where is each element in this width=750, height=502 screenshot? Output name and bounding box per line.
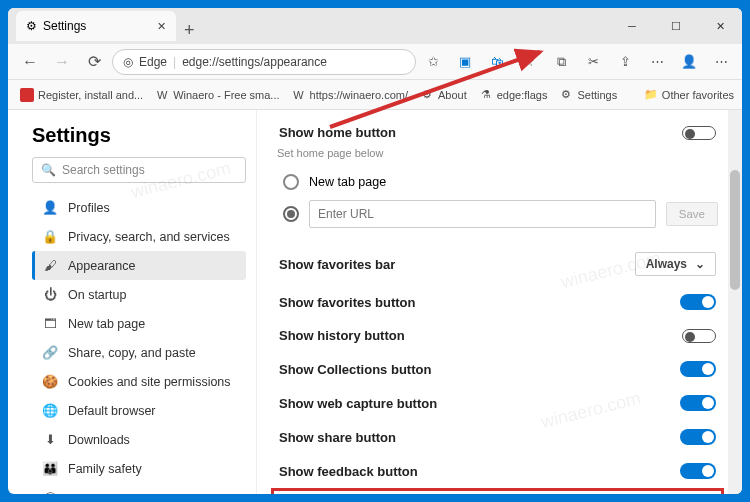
favorite-item[interactable]: ⚙Settings [555,86,621,104]
settings-sidebar: Settings 🔍 Search settings 👤Profiles🔒Pri… [8,110,256,494]
close-tab-icon[interactable]: ✕ [157,20,166,33]
shopping-icon[interactable]: 🛍 [484,49,510,75]
menu-icon[interactable]: ⋯ [708,49,734,75]
sidebar-item-privacy-search-and-services[interactable]: 🔒Privacy, search, and services [32,222,246,251]
search-icon: 🔍 [41,163,56,177]
share-icon[interactable]: ⇪ [612,49,638,75]
new-tab-button[interactable]: + [176,20,203,41]
toggle[interactable] [680,463,716,479]
sidebar-item-appearance[interactable]: 🖌Appearance [32,251,246,280]
sidebar-item-default-browser[interactable]: 🌐Default browser [32,396,246,425]
gear-icon: ⚙ [26,19,37,33]
setting-row-show-favorites-bar: Show favorites barAlways⌄ [277,243,718,285]
favorites-bar: Register, install and...WWinaero - Free … [8,80,742,110]
setting-row-show-web-capture-button: Show web capture button [277,386,718,420]
scrollbar[interactable] [728,110,742,494]
radio-icon [283,174,299,190]
dropdown[interactable]: Always⌄ [635,252,716,276]
toggle[interactable] [680,395,716,411]
sidebar-item-cookies-and-site-permissions[interactable]: 🍪Cookies and site permissions [32,367,246,396]
toggle[interactable] [680,361,716,377]
favorite-item[interactable]: ⚗edge:flags [475,86,552,104]
radio-icon [283,206,299,222]
home-url-input[interactable] [309,200,656,228]
capture-icon[interactable]: ✂ [580,49,606,75]
url-field[interactable]: ◎ Edge | edge://settings/appearance [112,49,416,75]
other-favorites[interactable]: 📁 Other favorites [644,88,734,101]
favorite-item[interactable]: ⚙About [416,86,471,104]
folder-icon: 📁 [644,88,658,101]
edge-icon: ◎ [123,55,133,69]
sidebar-item-languages[interactable]: ⒶLanguages [32,483,246,494]
nav-icon: Ⓐ [42,490,58,494]
chevron-down-icon: ⌄ [695,257,705,271]
tab-title: Settings [43,19,86,33]
setting-row-show-share-button: Show share button [277,420,718,454]
setting-row-show-favorites-button: Show favorites button [277,285,718,319]
profile-avatar[interactable]: 👤 [676,49,702,75]
sidebar-item-share-copy-and-paste[interactable]: 🔗Share, copy, and paste [32,338,246,367]
nav-icon: 👤 [42,200,58,215]
page-title: Settings [32,124,246,147]
favorites-icon[interactable]: ☆ [516,49,542,75]
favorite-item[interactable]: Whttps://winaero.com/ [288,86,412,104]
nav-icon: 🌐 [42,403,58,418]
nav-icon: 🖌 [42,258,58,273]
nav-icon: 🍪 [42,374,58,389]
search-input[interactable]: 🔍 Search settings [32,157,246,183]
close-window-button[interactable]: ✕ [698,8,742,44]
extension-icon[interactable]: ⋯ [644,49,670,75]
settings-main: Show home button Set home page below New… [256,110,742,494]
read-aloud-icon[interactable]: ✩ [420,49,446,75]
show-home-toggle[interactable] [682,126,716,140]
save-button[interactable]: Save [666,202,718,226]
setting-row-show-extensions-button: Show extensions button [271,488,724,494]
sidebar-item-profiles[interactable]: 👤Profiles [32,193,246,222]
favorite-item[interactable]: Register, install and... [16,86,147,104]
collections-icon[interactable]: ⧉ [548,49,574,75]
refresh-button[interactable]: ⟳ [80,48,108,76]
nav-icon: ⏻ [42,287,58,302]
setting-row-show-collections-button: Show Collections button [277,352,718,386]
nav-icon: 🗔 [42,316,58,331]
toggle[interactable] [682,329,716,343]
titlebar: ⚙ Settings ✕ + ─ ☐ ✕ [8,8,742,44]
setting-row-show-feedback-button: Show feedback button [277,454,718,488]
media-icon[interactable]: ▣ [452,49,478,75]
nav-icon: 🔒 [42,229,58,244]
back-button[interactable]: ← [16,48,44,76]
browser-tab[interactable]: ⚙ Settings ✕ [16,11,176,41]
favorite-item[interactable]: WWinaero - Free sma... [151,86,283,104]
protocol-label: Edge [139,55,167,69]
url-text: edge://settings/appearance [182,55,327,69]
address-bar: ← → ⟳ ◎ Edge | edge://settings/appearanc… [8,44,742,80]
sidebar-item-downloads[interactable]: ⬇Downloads [32,425,246,454]
nav-icon: 🔗 [42,345,58,360]
maximize-button[interactable]: ☐ [654,8,698,44]
minimize-button[interactable]: ─ [610,8,654,44]
radio-enter-url[interactable]: Save [283,195,718,233]
forward-button[interactable]: → [48,48,76,76]
nav-icon: ⬇ [42,432,58,447]
setting-row-show-history-button: Show history button [277,319,718,352]
radio-new-tab[interactable]: New tab page [283,169,718,195]
sidebar-item-on-startup[interactable]: ⏻On startup [32,280,246,309]
show-home-row: Show home button [277,116,718,149]
nav-icon: 👪 [42,461,58,476]
toggle[interactable] [680,294,716,310]
toggle[interactable] [680,429,716,445]
sidebar-item-new-tab-page[interactable]: 🗔New tab page [32,309,246,338]
sidebar-item-family-safety[interactable]: 👪Family safety [32,454,246,483]
